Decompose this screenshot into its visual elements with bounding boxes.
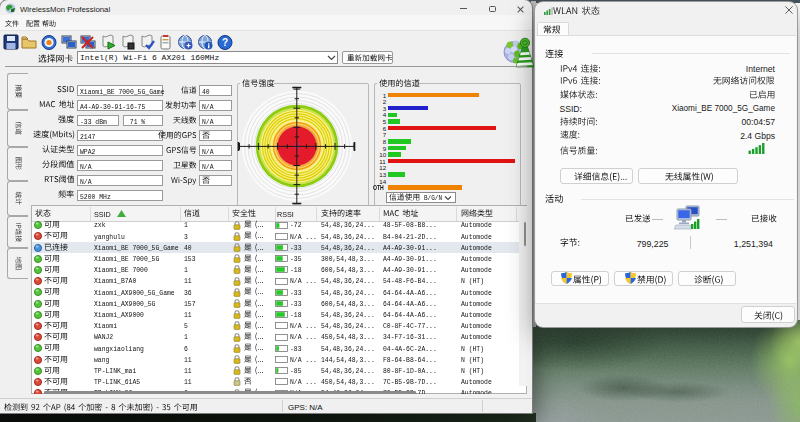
svg-text:?: ? [222, 37, 228, 48]
